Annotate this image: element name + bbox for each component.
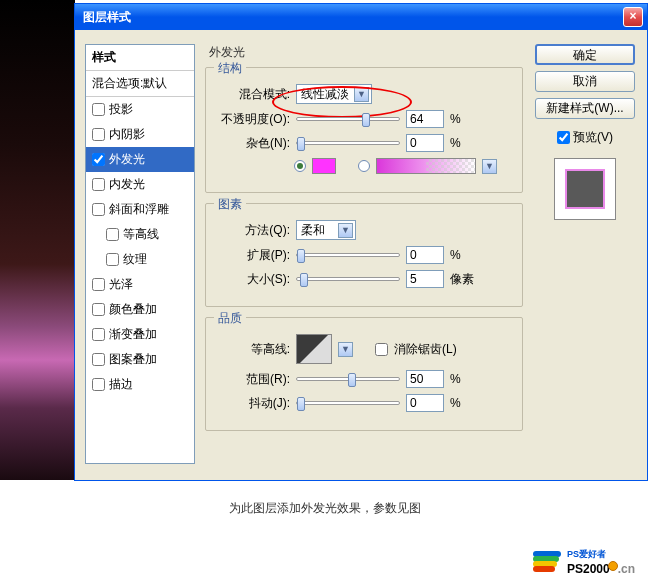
range-unit: %: [450, 372, 461, 386]
chevron-down-icon: ▼: [354, 87, 369, 102]
legend-structure: 结构: [214, 60, 246, 77]
chevron-down-icon[interactable]: ▼: [338, 342, 353, 357]
sidebar-item[interactable]: 内阴影: [86, 122, 194, 147]
sidebar-item[interactable]: 投影: [86, 97, 194, 122]
sidebar-checkbox[interactable]: [92, 353, 105, 366]
noise-unit: %: [450, 136, 461, 150]
technique-label: 方法(Q):: [218, 222, 290, 239]
sidebar-item[interactable]: 描边: [86, 372, 194, 397]
chevron-down-icon: ▼: [338, 223, 353, 238]
sidebar-item[interactable]: 纹理: [86, 247, 194, 272]
sidebar-checkbox[interactable]: [92, 178, 105, 191]
jitter-unit: %: [450, 396, 461, 410]
sidebar-item[interactable]: 内发光: [86, 172, 194, 197]
sidebar-label: 斜面和浮雕: [109, 201, 169, 218]
gradient-swatch[interactable]: [376, 158, 476, 174]
sidebar-item[interactable]: 颜色叠加: [86, 297, 194, 322]
spread-label: 扩展(P):: [218, 247, 290, 264]
sidebar-item[interactable]: 等高线: [86, 222, 194, 247]
sidebar-label: 投影: [109, 101, 133, 118]
sidebar-header: 样式: [86, 45, 194, 71]
sidebar-checkbox[interactable]: [92, 128, 105, 141]
noise-input[interactable]: [406, 134, 444, 152]
gradient-radio[interactable]: [358, 160, 370, 172]
contour-label: 等高线:: [218, 341, 290, 358]
size-label: 大小(S):: [218, 271, 290, 288]
sidebar-label: 描边: [109, 376, 133, 393]
sidebar-checkbox[interactable]: [92, 203, 105, 216]
sidebar-label: 颜色叠加: [109, 301, 157, 318]
size-unit: 像素: [450, 271, 474, 288]
antialias-label: 消除锯齿(L): [394, 341, 457, 358]
sidebar-checkbox[interactable]: [106, 228, 119, 241]
preview-checkbox[interactable]: [557, 131, 570, 144]
sidebar-checkbox[interactable]: [92, 153, 105, 166]
sidebar-checkbox[interactable]: [92, 103, 105, 116]
style-sidebar: 样式 混合选项:默认 投影内阴影外发光内发光斜面和浮雕等高线纹理光泽颜色叠加渐变…: [85, 44, 195, 464]
sidebar-item[interactable]: 光泽: [86, 272, 194, 297]
size-slider[interactable]: [296, 277, 400, 281]
legend-quality: 品质: [214, 310, 246, 327]
new-style-button[interactable]: 新建样式(W)...: [535, 98, 635, 119]
sidebar-item[interactable]: 外发光: [86, 147, 194, 172]
cancel-button[interactable]: 取消: [535, 71, 635, 92]
sidebar-item[interactable]: 斜面和浮雕: [86, 197, 194, 222]
antialias-checkbox[interactable]: [375, 343, 388, 356]
spread-slider[interactable]: [296, 253, 400, 257]
range-slider[interactable]: [296, 377, 400, 381]
opacity-label: 不透明度(O):: [218, 111, 290, 128]
sidebar-label: 外发光: [109, 151, 145, 168]
opacity-slider[interactable]: [296, 117, 400, 121]
group-quality: 品质 等高线: ▼ 消除锯齿(L) 范围(R): % 抖动(J):: [205, 317, 523, 431]
preview-box: [554, 158, 616, 220]
sidebar-label: 渐变叠加: [109, 326, 157, 343]
blend-mode-select[interactable]: 线性减淡 ▼: [296, 84, 372, 104]
sidebar-item[interactable]: 图案叠加: [86, 347, 194, 372]
sidebar-default[interactable]: 混合选项:默认: [86, 71, 194, 97]
preview-inner: [565, 169, 605, 209]
preview-toggle[interactable]: 预览(V): [557, 129, 613, 146]
panel-title: 外发光: [209, 44, 523, 61]
sidebar-label: 内阴影: [109, 126, 145, 143]
sidebar-label: 图案叠加: [109, 351, 157, 368]
sidebar-label: 等高线: [123, 226, 159, 243]
logo-icon: [533, 551, 563, 573]
blend-mode-label: 混合模式:: [218, 86, 290, 103]
sidebar-checkbox[interactable]: [92, 278, 105, 291]
logo: PS爱好者 PS2000.cn: [533, 548, 635, 576]
spread-unit: %: [450, 248, 461, 262]
range-label: 范围(R):: [218, 371, 290, 388]
caption: 为此图层添加外发光效果，参数见图: [0, 500, 650, 517]
sidebar-label: 内发光: [109, 176, 145, 193]
jitter-label: 抖动(J):: [218, 395, 290, 412]
contour-picker[interactable]: [296, 334, 332, 364]
spread-input[interactable]: [406, 246, 444, 264]
group-elements: 图素 方法(Q): 柔和 ▼ 扩展(P): % 大小(S):: [205, 203, 523, 307]
color-swatch[interactable]: [312, 158, 336, 174]
technique-select[interactable]: 柔和 ▼: [296, 220, 356, 240]
noise-slider[interactable]: [296, 141, 400, 145]
noise-label: 杂色(N):: [218, 135, 290, 152]
range-input[interactable]: [406, 370, 444, 388]
sidebar-checkbox[interactable]: [92, 328, 105, 341]
ok-button[interactable]: 确定: [535, 44, 635, 65]
sidebar-checkbox[interactable]: [106, 253, 119, 266]
sidebar-label: 光泽: [109, 276, 133, 293]
sidebar-checkbox[interactable]: [92, 378, 105, 391]
opacity-unit: %: [450, 112, 461, 126]
sidebar-checkbox[interactable]: [92, 303, 105, 316]
sidebar-label: 纹理: [123, 251, 147, 268]
opacity-input[interactable]: [406, 110, 444, 128]
color-radio[interactable]: [294, 160, 306, 172]
group-structure: 结构 混合模式: 线性减淡 ▼ 不透明度(O): % 杂色(N):: [205, 67, 523, 193]
jitter-input[interactable]: [406, 394, 444, 412]
legend-elements: 图素: [214, 196, 246, 213]
jitter-slider[interactable]: [296, 401, 400, 405]
size-input[interactable]: [406, 270, 444, 288]
window-title: 图层样式: [79, 9, 623, 26]
sidebar-item[interactable]: 渐变叠加: [86, 322, 194, 347]
close-button[interactable]: ×: [623, 7, 643, 27]
chevron-down-icon[interactable]: ▼: [482, 159, 497, 174]
